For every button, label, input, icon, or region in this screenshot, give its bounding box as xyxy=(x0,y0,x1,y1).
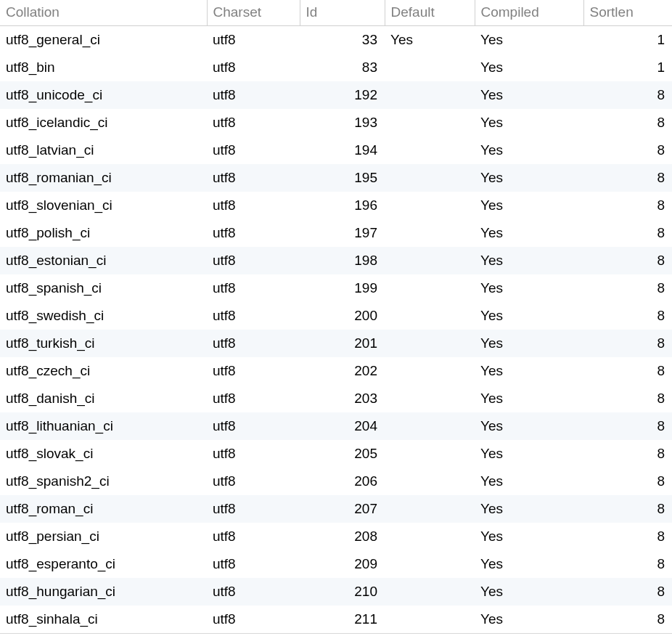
cell-id: 199 xyxy=(300,274,385,302)
cell-default xyxy=(385,109,475,136)
cell-collation: utf8_turkish_ci xyxy=(0,330,207,357)
column-header-sortlen[interactable]: Sortlen xyxy=(583,0,672,26)
cell-default xyxy=(385,136,475,164)
cell-charset: utf8 xyxy=(207,26,300,54)
cell-default xyxy=(385,219,475,247)
cell-charset: utf8 xyxy=(207,247,300,274)
cell-collation: utf8_esperanto_ci xyxy=(0,550,207,578)
cell-sortlen: 1 xyxy=(583,26,672,54)
table-row[interactable]: utf8_binutf883Yes1 xyxy=(0,54,672,81)
cell-default xyxy=(385,192,475,219)
cell-sortlen: 8 xyxy=(583,606,672,634)
cell-charset: utf8 xyxy=(207,192,300,219)
table-row[interactable]: utf8_roman_ciutf8207Yes8 xyxy=(0,495,672,523)
cell-compiled: Yes xyxy=(475,523,583,550)
cell-sortlen: 8 xyxy=(583,81,672,109)
table-row[interactable]: utf8_sinhala_ciutf8211Yes8 xyxy=(0,606,672,634)
cell-compiled: Yes xyxy=(475,247,583,274)
table-row[interactable]: utf8_slovak_ciutf8205Yes8 xyxy=(0,440,672,468)
cell-default xyxy=(385,302,475,330)
cell-compiled: Yes xyxy=(475,302,583,330)
cell-charset: utf8 xyxy=(207,495,300,523)
cell-charset: utf8 xyxy=(207,412,300,440)
table-row[interactable]: utf8_estonian_ciutf8198Yes8 xyxy=(0,247,672,274)
table-row[interactable]: utf8_czech_ciutf8202Yes8 xyxy=(0,357,672,385)
cell-compiled: Yes xyxy=(475,219,583,247)
cell-default xyxy=(385,274,475,302)
cell-id: 205 xyxy=(300,440,385,468)
cell-sortlen: 8 xyxy=(583,385,672,412)
column-header-default[interactable]: Default xyxy=(385,0,475,26)
cell-id: 196 xyxy=(300,192,385,219)
table-row[interactable]: utf8_esperanto_ciutf8209Yes8 xyxy=(0,550,672,578)
cell-default xyxy=(385,440,475,468)
column-header-compiled[interactable]: Compiled xyxy=(475,0,583,26)
table-row[interactable]: utf8_romanian_ciutf8195Yes8 xyxy=(0,164,672,192)
cell-collation: utf8_roman_ci xyxy=(0,495,207,523)
column-header-collation[interactable]: Collation xyxy=(0,0,207,26)
cell-compiled: Yes xyxy=(475,606,583,634)
table-row[interactable]: utf8_polish_ciutf8197Yes8 xyxy=(0,219,672,247)
cell-charset: utf8 xyxy=(207,468,300,495)
cell-charset: utf8 xyxy=(207,274,300,302)
cell-default xyxy=(385,385,475,412)
table-row[interactable]: utf8_lithuanian_ciutf8204Yes8 xyxy=(0,412,672,440)
cell-sortlen: 8 xyxy=(583,523,672,550)
cell-sortlen: 8 xyxy=(583,330,672,357)
table-row[interactable]: utf8_icelandic_ciutf8193Yes8 xyxy=(0,109,672,136)
cell-collation: utf8_sinhala_ci xyxy=(0,606,207,634)
table-row[interactable]: utf8_persian_ciutf8208Yes8 xyxy=(0,523,672,550)
table-row[interactable]: utf8_slovenian_ciutf8196Yes8 xyxy=(0,192,672,219)
cell-charset: utf8 xyxy=(207,330,300,357)
cell-collation: utf8_bin xyxy=(0,54,207,81)
cell-collation: utf8_latvian_ci xyxy=(0,136,207,164)
table-row[interactable]: utf8_danish_ciutf8203Yes8 xyxy=(0,385,672,412)
cell-compiled: Yes xyxy=(475,109,583,136)
column-header-charset[interactable]: Charset xyxy=(207,0,300,26)
cell-compiled: Yes xyxy=(475,550,583,578)
table-row[interactable]: utf8_general_ciutf833YesYes1 xyxy=(0,26,672,54)
cell-default xyxy=(385,578,475,606)
cell-charset: utf8 xyxy=(207,385,300,412)
cell-collation: utf8_unicode_ci xyxy=(0,81,207,109)
collations-table-container: Collation Charset Id Default Compiled So… xyxy=(0,0,672,636)
cell-compiled: Yes xyxy=(475,164,583,192)
cell-collation: utf8_swedish_ci xyxy=(0,302,207,330)
cell-default xyxy=(385,164,475,192)
cell-sortlen: 8 xyxy=(583,550,672,578)
cell-id: 193 xyxy=(300,109,385,136)
cell-default xyxy=(385,81,475,109)
cell-sortlen: 8 xyxy=(583,274,672,302)
cell-collation: utf8_estonian_ci xyxy=(0,247,207,274)
cell-collation: utf8_czech_ci xyxy=(0,357,207,385)
cell-default xyxy=(385,606,475,634)
column-header-id[interactable]: Id xyxy=(300,0,385,26)
cell-compiled: Yes xyxy=(475,54,583,81)
table-row[interactable]: utf8_unicode_ciutf8192Yes8 xyxy=(0,81,672,109)
cell-charset: utf8 xyxy=(207,302,300,330)
cell-id: 203 xyxy=(300,385,385,412)
cell-collation: utf8_spanish2_ci xyxy=(0,468,207,495)
cell-charset: utf8 xyxy=(207,219,300,247)
cell-id: 200 xyxy=(300,302,385,330)
table-row[interactable]: utf8_spanish2_ciutf8206Yes8 xyxy=(0,468,672,495)
cell-compiled: Yes xyxy=(475,412,583,440)
cell-id: 211 xyxy=(300,606,385,634)
cell-sortlen: 8 xyxy=(583,109,672,136)
cell-id: 208 xyxy=(300,523,385,550)
cell-id: 195 xyxy=(300,164,385,192)
table-row[interactable]: utf8_hungarian_ciutf8210Yes8 xyxy=(0,578,672,606)
cell-compiled: Yes xyxy=(475,136,583,164)
cell-id: 202 xyxy=(300,357,385,385)
cell-collation: utf8_romanian_ci xyxy=(0,164,207,192)
cell-charset: utf8 xyxy=(207,440,300,468)
cell-id: 194 xyxy=(300,136,385,164)
cell-id: 209 xyxy=(300,550,385,578)
cell-id: 33 xyxy=(300,26,385,54)
cell-collation: utf8_icelandic_ci xyxy=(0,109,207,136)
table-row[interactable]: utf8_spanish_ciutf8199Yes8 xyxy=(0,274,672,302)
table-row[interactable]: utf8_latvian_ciutf8194Yes8 xyxy=(0,136,672,164)
cell-collation: utf8_persian_ci xyxy=(0,523,207,550)
table-row[interactable]: utf8_turkish_ciutf8201Yes8 xyxy=(0,330,672,357)
table-row[interactable]: utf8_swedish_ciutf8200Yes8 xyxy=(0,302,672,330)
